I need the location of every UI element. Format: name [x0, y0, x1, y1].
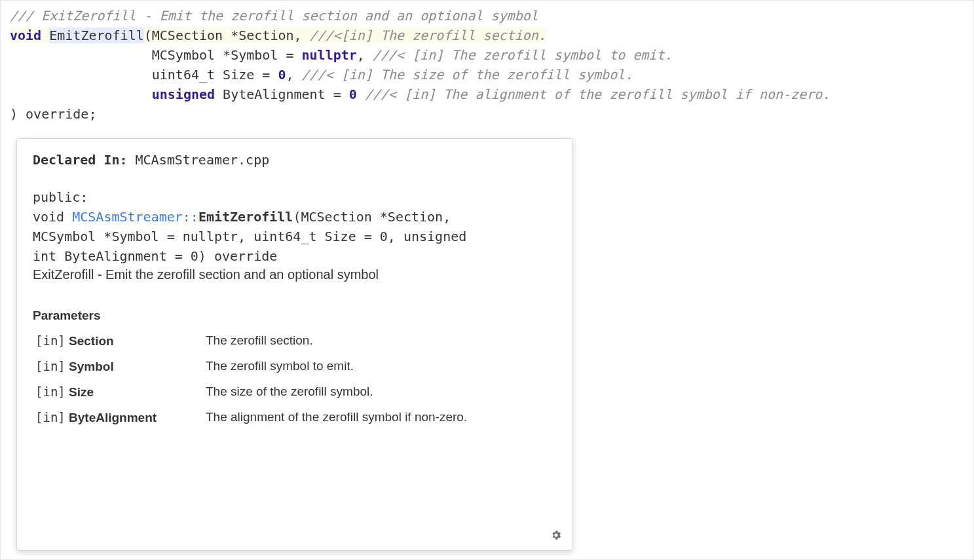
sig-class-link[interactable]: MCSAsmStreamer::: [72, 209, 198, 225]
comment-line: /// ExitZerofill - Emit the zerofill sec…: [10, 8, 538, 24]
sig-rest: (MCSection *Section,: [293, 209, 451, 225]
declared-in-label: Declared In:: [33, 152, 128, 168]
editor-frame: /// ExitZerofill - Emit the zerofill sec…: [0, 0, 974, 560]
param-comment: ///<[in] The zerofill section.: [310, 28, 546, 43]
param-comment: ///< [in] The alignment of the zerofill …: [365, 86, 830, 102]
number-literal: 0: [278, 67, 286, 83]
param-desc: The alignment of the zerofill symbol if …: [203, 405, 557, 430]
param-direction: [in]: [35, 359, 66, 373]
sig-public: public:: [33, 189, 88, 205]
keyword-unsigned: unsigned: [152, 86, 215, 102]
param-desc: The zerofill section.: [203, 328, 557, 354]
sig-void: void: [33, 209, 72, 225]
code-text: (MCSection *Section,: [144, 28, 310, 43]
param-name: Symbol: [69, 360, 114, 373]
code-text: ) override;: [10, 106, 96, 122]
declared-in-file: MCAsmStreamer.cpp: [128, 152, 270, 168]
declared-in-row: Declared In: MCAsmStreamer.cpp: [33, 152, 557, 168]
parameters-heading: Parameters: [33, 308, 557, 323]
function-name[interactable]: EmitZerofill: [49, 28, 144, 43]
gear-icon[interactable]: [550, 529, 562, 541]
sig-function-name: EmitZerofill: [198, 209, 293, 225]
param-desc: The size of the zerofill symbol.: [203, 379, 557, 405]
param-direction: [in]: [35, 384, 66, 399]
param-row: [in] ByteAlignment The alignment of the …: [33, 405, 557, 430]
declaration-signature: public: void MCSAsmStreamer::EmitZerofil…: [33, 187, 557, 266]
code-text: ,: [286, 67, 301, 83]
param-name: Section: [69, 334, 114, 348]
param-direction: [in]: [35, 333, 66, 348]
param-name: ByteAlignment: [69, 411, 157, 424]
code-text: ,: [357, 47, 373, 63]
indent: [10, 67, 152, 83]
number-literal: 0: [349, 86, 357, 102]
doc-description: ExitZerofill - Emit the zerofill section…: [33, 267, 557, 282]
doc-tooltip: Declared In: MCAsmStreamer.cpp public: v…: [16, 138, 573, 551]
sig-line2: MCSymbol *Symbol = nullptr, uint64_t Siz…: [33, 229, 466, 244]
indent: [10, 86, 152, 102]
code-text: MCSymbol *Symbol =: [152, 47, 302, 63]
code-text: [357, 86, 365, 102]
param-row: [in] Size The size of the zerofill symbo…: [33, 379, 557, 405]
param-desc: The zerofill symbol to emit.: [203, 354, 557, 379]
sig-line3: int ByteAlignment = 0) override: [33, 248, 277, 264]
parameters-table: [in] Section The zerofill section. [in] …: [33, 328, 557, 430]
param-comment: ///< [in] The zerofill symbol to emit.: [373, 47, 673, 63]
keyword-void: void: [10, 28, 41, 43]
code-text: uint64_t Size =: [152, 67, 278, 83]
code-text: ByteAlignment =: [215, 86, 349, 102]
param-direction: [in]: [35, 410, 66, 424]
param-row: [in] Section The zerofill section.: [33, 328, 557, 354]
indent: [10, 47, 152, 63]
keyword-nullptr: nullptr: [302, 47, 357, 63]
code-block[interactable]: /// ExitZerofill - Emit the zerofill sec…: [10, 6, 964, 124]
param-comment: ///< [in] The size of the zerofill symbo…: [302, 67, 633, 83]
param-name: Size: [69, 385, 94, 399]
param-row: [in] Symbol The zerofill symbol to emit.: [33, 354, 557, 379]
